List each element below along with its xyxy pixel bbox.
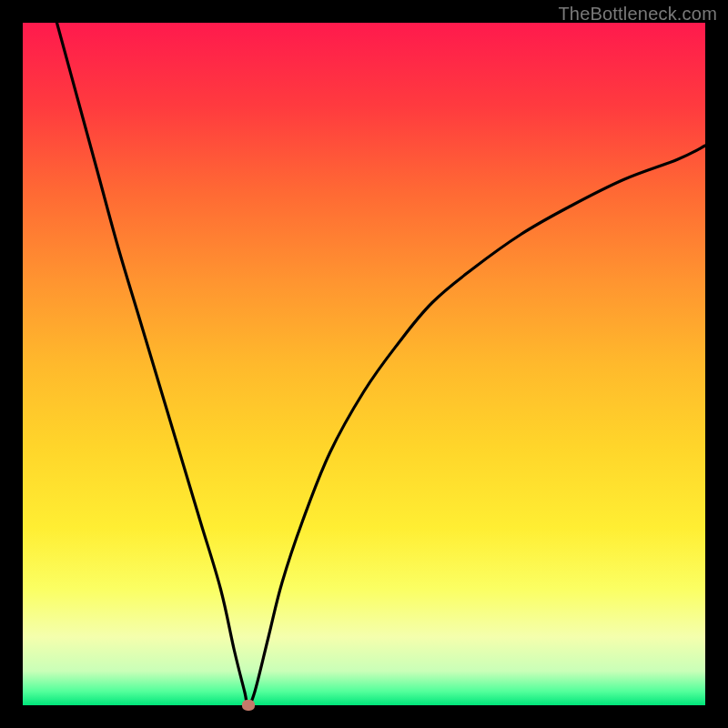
plot-area [23,23,705,705]
watermark-text: TheBottleneck.com [558,4,717,25]
curve-svg [23,23,705,705]
bottleneck-curve [57,23,706,705]
chart-frame: TheBottleneck.com [0,0,728,728]
optimum-marker [242,700,255,711]
